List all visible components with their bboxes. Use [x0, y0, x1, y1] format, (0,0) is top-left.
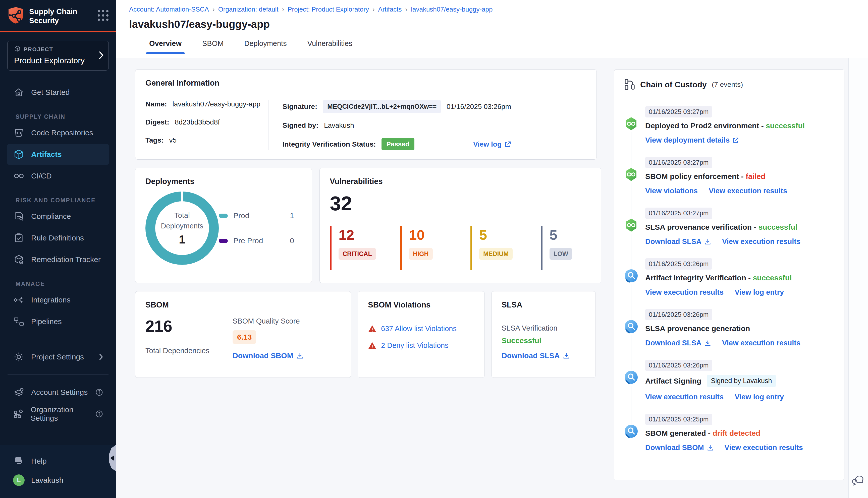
event-timestamp: 01/16/2025 03:27pm [645, 106, 712, 117]
severity-row: 12 CRITICAL 10 HIGH 5 MEDIUM [330, 226, 591, 270]
sidebar-item-remediation-tracker[interactable]: Remediation Tracker [7, 249, 109, 270]
view-log-entry-link[interactable]: View log entry [735, 288, 784, 297]
breadcrumb: Account: Automation-SSCA› Organization: … [129, 5, 868, 13]
sidebar-item-integrations[interactable]: Integrations [7, 289, 109, 311]
view-execution-results-link[interactable]: View execution results [725, 444, 803, 452]
view-execution-results-link[interactable]: View execution results [645, 393, 724, 401]
event-links: View violationsView execution results [645, 187, 834, 195]
pipelines-icon [13, 316, 25, 327]
help-chat-icon: ? [13, 456, 25, 467]
sidebar-item-get-started[interactable]: Get Started [7, 82, 109, 103]
critical-badge: CRITICAL [339, 248, 376, 260]
layers-gear-icon [13, 387, 25, 398]
breadcrumb-organization[interactable]: Organization: default [218, 5, 278, 13]
divider [8, 375, 108, 375]
breadcrumb-account[interactable]: Account: Automation-SSCA [129, 5, 209, 13]
download-icon [704, 340, 711, 346]
event-status: successful [759, 223, 798, 232]
remediation-box-icon [13, 254, 25, 265]
event-status: drift detected [713, 429, 760, 437]
card-title: Chain of Custody [640, 80, 707, 89]
slsa-verification-status: Successful [502, 336, 585, 345]
general-information-card: General Information Name: lavakush07/eas… [135, 69, 597, 160]
sidebar-item-account-settings[interactable]: Account Settings [7, 382, 109, 403]
view-execution-results-link[interactable]: View execution results [722, 339, 801, 347]
sidebar-item-organization-settings[interactable]: Organization Settings [7, 403, 109, 424]
view-deployment-details-link[interactable]: View deployment details [645, 136, 739, 144]
legend-pre-prod[interactable]: Pre Prod 0 [219, 236, 294, 245]
view-execution-results-link[interactable]: View execution results [709, 187, 787, 195]
medium-badge: MEDIUM [479, 248, 513, 260]
feedback-chat-icon[interactable] [852, 476, 864, 488]
download-slsa-link[interactable]: Download SLSA [502, 351, 570, 360]
artifact-tags: v5 [169, 136, 177, 144]
section-supply-chain: SUPPLY CHAIN [16, 114, 116, 120]
download-sbom-link[interactable]: Download SBOM [645, 444, 714, 452]
user-menu[interactable]: L Lavakush [7, 470, 109, 490]
severity-low: 5 LOW [541, 226, 591, 270]
view-violations-link[interactable]: View violations [645, 187, 698, 195]
view-execution-results-link[interactable]: View execution results [722, 237, 801, 246]
module-grid-icon[interactable] [98, 10, 108, 21]
download-slsa-link[interactable]: Download SLSA [645, 237, 711, 246]
sidebar-item-project-settings[interactable]: Project Settings [7, 346, 109, 367]
sidebar-item-rule-definitions[interactable]: Rule Definitions [7, 227, 109, 249]
signature-date: 01/16/2025 03:26pm [446, 103, 511, 111]
warning-triangle-icon [368, 325, 376, 333]
download-sbom-link[interactable]: Download SBOM [233, 351, 303, 360]
artifact-digest: 8d23bd3b5d8f [175, 118, 220, 126]
prod-count: 1 [290, 211, 294, 220]
sidebar-item-code-repositories[interactable]: Code Repositories [7, 122, 109, 143]
event-links: Download SLSAView execution results [645, 237, 834, 246]
view-log-entry-link[interactable]: View log entry [735, 393, 784, 401]
event-links: View deployment details [645, 136, 834, 144]
breadcrumb-project[interactable]: Project: Product Exploratory [288, 5, 369, 13]
legend-prod[interactable]: Prod 1 [219, 211, 294, 220]
download-icon [563, 352, 570, 359]
download-icon [704, 238, 711, 245]
event-title: SBOM policy enforcement - [645, 172, 746, 181]
breadcrumb-artifacts[interactable]: Artifacts [378, 5, 402, 13]
integrity-status-label: Integrity Verification Status: [283, 140, 376, 148]
sidebar-item-artifacts[interactable]: Artifacts [7, 144, 109, 165]
prod-swatch [219, 214, 228, 218]
event-status: successful [753, 274, 792, 282]
user-avatar: L [13, 474, 25, 486]
deployments-card: Deployments TotalDeployments 1 [135, 168, 312, 283]
sbom-violations-card: SBOM Violations 637 Allow list Violation… [358, 291, 485, 378]
deployments-donut-chart: TotalDeployments 1 [145, 192, 219, 265]
severity-high: 10 HIGH [400, 226, 470, 270]
project-kicker: PROJECT [24, 46, 53, 53]
chain-of-custody-card: Chain of Custody (7 events) 01/16/2025 0… [614, 69, 844, 480]
signed-by-label: Signed by: [283, 121, 319, 130]
sbom-card: SBOM 216 Total Dependencies SBOM Quality… [135, 291, 351, 378]
download-slsa-link[interactable]: Download SLSA [645, 339, 711, 347]
sidebar-item-help[interactable]: ? Help [7, 452, 109, 470]
download-icon [296, 352, 303, 359]
project-selector[interactable]: PROJECT Product Exploratory [8, 41, 108, 70]
event-links: Download SBOMView execution results [645, 444, 834, 452]
breadcrumb-current[interactable]: lavakush07/easy-buggy-app [411, 5, 493, 13]
info-icon[interactable] [95, 410, 103, 418]
home-icon [13, 87, 25, 98]
sidebar-item-cicd[interactable]: CI/CD [7, 166, 109, 186]
sidebar: Supply Chain Security PROJECT Product Ex… [0, 0, 116, 498]
tab-deployments[interactable]: Deployments [241, 36, 289, 54]
right-gutter [848, 58, 868, 498]
view-execution-results-link[interactable]: View execution results [645, 288, 724, 297]
tab-overview[interactable]: Overview [146, 36, 185, 54]
view-log-link[interactable]: View log [473, 140, 511, 148]
event-timestamp: 01/16/2025 03:25pm [645, 414, 712, 425]
pre-prod-count: 0 [290, 236, 294, 245]
vulnerabilities-total: 32 [330, 192, 591, 215]
allow-list-violations-link[interactable]: 637 Allow list Violations [381, 325, 457, 333]
sidebar-item-pipelines[interactable]: Pipelines [7, 311, 109, 332]
info-icon[interactable] [95, 389, 103, 396]
signature-value[interactable]: MEQCICde2VjIT...bL+2+mqnOXw== [323, 100, 441, 113]
tab-sbom[interactable]: SBOM [199, 36, 226, 54]
supply-chain-scan-icon [624, 269, 638, 283]
tab-vulnerabilities[interactable]: Vulnerabilities [305, 36, 355, 54]
deny-list-violations-link[interactable]: 2 Deny list Violations [381, 341, 449, 350]
sidebar-item-compliance[interactable]: Compliance [7, 206, 109, 227]
external-link-icon [505, 141, 511, 148]
